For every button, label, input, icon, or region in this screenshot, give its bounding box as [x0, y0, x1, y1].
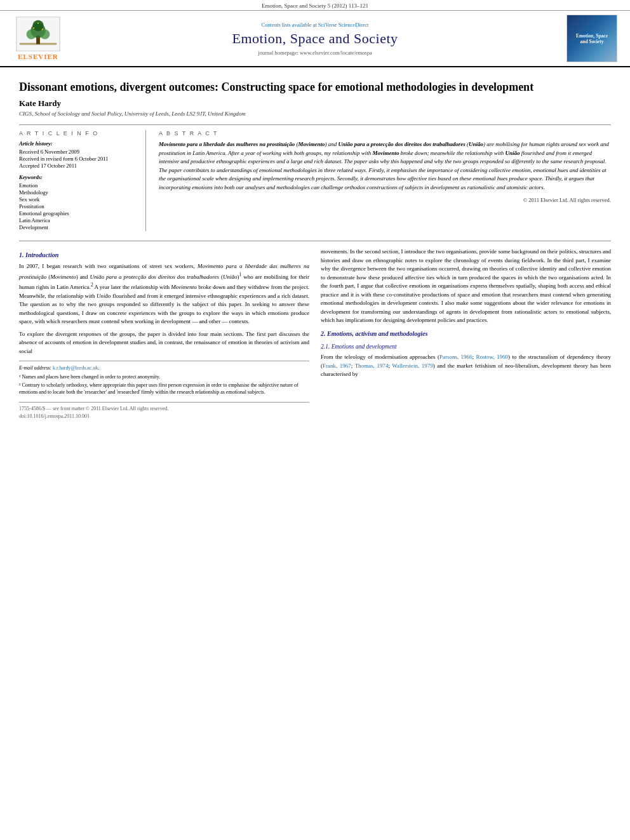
keyword-development: Development	[19, 224, 138, 230]
doi-text: doi:10.1016/j.emospa.2011.10.001	[19, 413, 309, 420]
frank-ref[interactable]: Frank, 1967	[323, 363, 351, 369]
issn-text: 1755-4586/$ — see front matter © 2011 El…	[19, 405, 168, 413]
rostow-ref[interactable]: Rostow, 1960	[476, 354, 509, 360]
uniao-ref: União	[506, 150, 520, 156]
elsevier-brand-text: ELSEVIER	[18, 53, 58, 60]
received-date: Received 6 November 2009	[19, 149, 138, 155]
svg-point-8	[42, 29, 43, 30]
keywords-label: Keywords:	[19, 174, 138, 180]
movimento-name: Movimento para a liberdade das mulheres …	[159, 141, 295, 147]
sciverse-prefix: Contents lists available at	[262, 22, 318, 28]
thomas-ref[interactable]: Thomas, 1974	[355, 363, 389, 369]
journal-title: Emotion, Space and Society	[70, 30, 560, 47]
journal-cover-image: Emotion, Spaceand Society	[566, 15, 617, 62]
history-label: Article history:	[19, 140, 138, 147]
affiliation: CIGS, School of Sociology and Social Pol…	[19, 110, 611, 117]
elsevier-logo: ELSEVIER	[13, 17, 64, 60]
footnotes-area: E-mail address: k.r.hardy@leeds.ac.uk. ¹…	[19, 361, 309, 396]
author-name: Kate Hardy	[19, 98, 611, 109]
wallerstein-ref[interactable]: Wallerstein, 1979	[392, 363, 433, 369]
sciverse-line: Contents lists available at SciVerse Sci…	[70, 22, 560, 28]
section2-para1: From the teleology of modernisation appr…	[321, 353, 611, 379]
sciverse-link[interactable]: SciVerse ScienceDirect	[318, 22, 369, 28]
intro-para2: To explore the divergent responses of th…	[19, 330, 309, 356]
email-link[interactable]: k.r.hardy@leeds.ac.uk	[53, 365, 98, 371]
article-info-abstract-section: A R T I C L E I N F O Article history: R…	[19, 124, 611, 231]
keyword-methodology: Methodology	[19, 189, 138, 196]
homepage-line: journal homepage: www.elsevier.com/locat…	[70, 50, 560, 56]
article-title: Dissonant emotions, divergent outcomes: …	[19, 80, 611, 95]
journal-header: ELSEVIER Contents lists available at Sci…	[0, 11, 630, 67]
footnote2: ² Contrary to scholarly orthodoxy, where…	[19, 382, 309, 396]
copyright-line: © 2011 Elsevier Ltd. All rights reserved…	[159, 197, 611, 203]
section2-1-heading: 2.1. Emotions and development	[321, 342, 611, 351]
body-left-column: 1. Introduction In 2007, I began researc…	[19, 248, 309, 420]
accepted-date: Accepted 17 October 2011	[19, 163, 138, 169]
journal-ref-text: Emotion, Space and Society 5 (2012) 113–…	[262, 3, 368, 9]
email-footnote: E-mail address: k.r.hardy@leeds.ac.uk.	[19, 364, 309, 371]
intro-col2-para1: movements. In the second section, I intr…	[321, 248, 611, 325]
movimento-ref: Movimento	[372, 150, 399, 156]
svg-point-5	[40, 29, 50, 39]
abstract-label: A B S T R A C T	[159, 130, 611, 137]
parsons-ref[interactable]: Parsons, 1966	[439, 354, 473, 360]
revised-date: Received in revised form 6 October 2011	[19, 156, 138, 162]
keyword-prostitution: Prostitution	[19, 203, 138, 210]
body-right-column: movements. In the second section, I intr…	[321, 248, 611, 420]
abstract-column: A B S T R A C T Movimento para a liberda…	[159, 130, 611, 231]
footnote1: ¹ Names and places have been changed in …	[19, 373, 309, 380]
keyword-emotion: Emotion	[19, 182, 138, 189]
section2-heading: 2. Emotions, activism and methodologies	[321, 329, 611, 338]
svg-point-9	[37, 23, 39, 24]
main-content-area: Dissonant emotions, divergent outcomes: …	[0, 67, 630, 427]
keyword-emotional-geographies: Emotional geographies	[19, 210, 138, 217]
article-info-label: A R T I C L E I N F O	[19, 130, 138, 137]
cover-title-text: Emotion, Spaceand Society	[576, 33, 608, 44]
keyword-sex-work: Sex work	[19, 196, 138, 203]
intro-para1: In 2007, I began research with two organ…	[19, 262, 309, 326]
journal-title-area: Contents lists available at SciVerse Sci…	[64, 22, 566, 56]
article-info-column: A R T I C L E I N F O Article history: R…	[19, 130, 146, 231]
uniao-short: União	[469, 141, 483, 147]
movimento-short: Movimento	[298, 141, 325, 147]
journal-reference-bar: Emotion, Space and Society 5 (2012) 113–…	[0, 0, 630, 11]
section1-heading: 1. Introduction	[19, 250, 309, 260]
keyword-latin-america: Latin America	[19, 217, 138, 223]
svg-point-4	[27, 29, 37, 39]
abstract-text: Movimento para a liberdade das mulheres …	[159, 140, 611, 192]
bottom-bar: 1755-4586/$ — see front matter © 2011 El…	[19, 402, 309, 413]
elsevier-tree-image	[16, 17, 60, 51]
body-content: 1. Introduction In 2007, I began researc…	[19, 241, 611, 420]
uniao-name: União para a protecção dos direitos dos …	[338, 141, 466, 147]
svg-point-7	[33, 27, 34, 29]
